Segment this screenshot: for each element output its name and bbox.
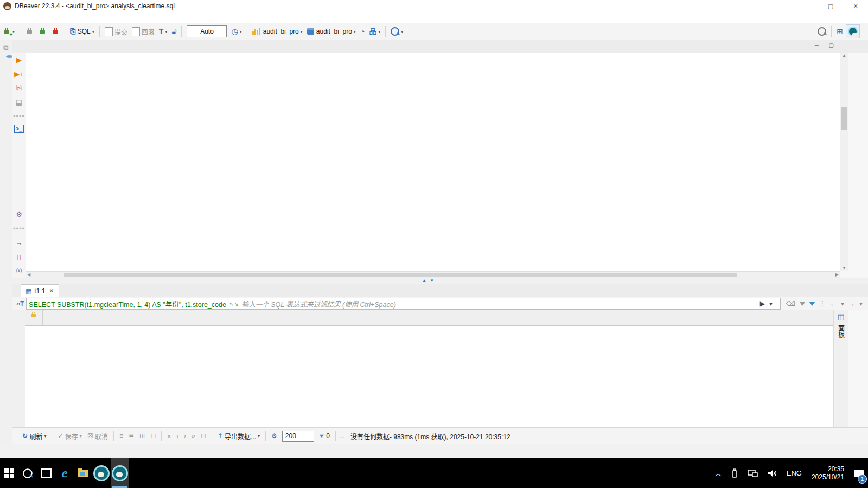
delete-row-icon[interactable]: ⊟ [148,429,158,442]
schema-selector[interactable]: audit_bi_pro▾ [305,25,358,38]
sql-editor-button[interactable]: ⎘ SQL▾ [68,25,96,38]
filter-history-icon[interactable]: ▾ [769,300,773,307]
editor-settings-gear-icon[interactable]: ⚙ [14,209,24,220]
panels-toggle-icon[interactable]: ◫ [838,313,844,321]
explain-plan-icon[interactable]: ▤ [14,97,24,107]
apply-filter-icon[interactable]: ▶ [760,300,765,307]
results-panel-strip: ◫ 面板 [833,310,848,427]
first-page-icon[interactable]: « [165,429,173,442]
results-grid[interactable] [25,310,833,427]
dbeaver-window: DBeaver 22.3.4 - <audit_bi_pro> analysis… [0,0,868,488]
nav-back-icon[interactable]: ← [830,300,837,307]
refresh-button[interactable]: ↻ 刷新▾ [20,429,48,442]
usb-tray-icon[interactable] [730,468,739,478]
lock-icon: 🔓︎ [171,28,176,35]
filter-count-button[interactable]: 0 [317,429,332,442]
gauge-icon: ◔ [360,28,365,35]
connect-button[interactable] [23,25,35,38]
filter-settings-icon[interactable] [809,302,815,306]
grid-settings-gear-icon[interactable]: ⚙ [269,429,279,442]
scrollbar-thumb[interactable] [841,107,847,130]
save-button[interactable]: ✓ 保存▾ [55,429,84,442]
close-icon[interactable]: ✕ [49,287,54,294]
export-from-query-icon[interactable]: → [14,237,24,248]
new-connection-button[interactable]: +▾ [1,25,16,38]
grid-corner-cell[interactable] [25,310,43,325]
last-page-icon[interactable]: » [189,429,197,442]
taskbar-clock[interactable]: 20:35 2025/10/21 [812,465,844,481]
network-profile-button[interactable]: 品▾ [367,25,382,38]
dbeaver-taskbar-button[interactable] [92,458,111,488]
rollback-button[interactable]: 回滚 [130,25,156,38]
copy-row-icon[interactable]: ⊞ [137,429,147,442]
sql-editor[interactable] [26,53,840,271]
commit-icon [105,27,113,36]
filter-placeholder: 输入一个 SQL 表达式来过滤结果 (使用 Ctrl+Space) [242,299,396,309]
execute-statement-icon[interactable]: ▶ [14,54,24,65]
close-button[interactable]: ✕ [843,0,868,12]
remove-filter-icon[interactable] [800,302,805,306]
open-perspective-button[interactable]: ⊞ [835,25,845,38]
erase-filter-icon[interactable]: ⌫ [786,300,795,307]
lock-icon [31,314,36,317]
maximize-button[interactable]: ▢ [818,0,843,12]
nav-forward-icon[interactable]: → [848,300,855,307]
minimize-button[interactable]: — [793,0,818,12]
terminal-icon[interactable]: >_ [14,125,24,133]
fetch-size-input[interactable]: 200 [282,431,314,442]
scrollbar-thumb[interactable] [64,273,737,277]
cancel-button[interactable]: ☒ 取消 [85,429,110,442]
taskbar-search-button[interactable] [18,458,37,488]
execute-script-icon[interactable]: ⎘ [14,82,24,93]
execute-new-tab-icon[interactable]: ▶+ [14,68,24,79]
result-tab[interactable]: ▦ t1 1 ✕ [21,284,59,297]
export-icon: ↥ [218,432,223,440]
action-center-button[interactable]: 1 [850,458,868,488]
file-explorer-button[interactable] [74,458,92,488]
start-button[interactable] [0,458,18,488]
status-bar [0,444,868,459]
editor-vertical-scrollbar[interactable]: ▲ ▼ [840,53,848,271]
database-icon [252,28,261,35]
filter-input[interactable]: SELECT SUBSTR(t1.mgclearTime, 1, 4) AS "… [26,298,781,310]
unsaved-doc-icon[interactable]: ▯ [14,251,24,262]
doc-x-icon[interactable]: (x) [14,265,24,276]
expand-filter-icon[interactable]: ↖↘ [229,301,239,307]
restore-panel-icon[interactable]: ⧉ [1,43,11,52]
volume-tray-icon[interactable] [767,468,778,478]
panels-label[interactable]: 面板 [837,325,846,338]
dbeaver-perspective-button[interactable] [846,24,860,38]
database-selector[interactable]: audit_bi_pro▾ [251,25,304,38]
reconnect-button[interactable] [36,25,48,38]
refresh-icon: ↻ [22,432,28,440]
disconnect-button[interactable] [49,25,61,38]
language-indicator[interactable]: ENG [787,469,802,477]
internet-explorer-button[interactable]: e [55,458,74,488]
notification-badge: 1 [858,474,867,484]
toolbar-search-button[interactable]: ▾ [389,25,405,38]
next-page-icon[interactable]: › [182,429,188,442]
network-tray-icon[interactable] [748,468,758,478]
tx-timeout-button[interactable]: ◷▾ [229,25,243,38]
results-filter-bar: ‹›T SELECT SUBSTR(t1.mgclearTime, 1, 4) … [12,297,868,310]
caret[interactable]: ▾ [859,300,863,307]
fetch-all-icon[interactable]: ⊡ [199,429,208,442]
quick-access-search[interactable] [816,25,828,38]
add-row-icon[interactable]: ≣ [126,429,136,442]
search-blue-icon [391,27,399,36]
edit-row-icon[interactable]: ≡ [117,429,125,442]
caret[interactable]: ▾ [841,300,844,307]
lock-button[interactable]: 🔓︎ [170,25,178,38]
task-view-button[interactable] [37,458,55,488]
dbeaver-taskbar-button-active[interactable] [111,458,129,488]
prev-page-icon[interactable]: ‹ [174,429,181,442]
rollback-icon [132,27,140,36]
commit-mode-combo[interactable]: Auto [187,25,227,37]
tray-chevron-icon[interactable]: ︿ [715,468,722,478]
commit-button[interactable]: 提交 [103,25,129,38]
view-minmax-buttons[interactable]: ─ ▢ [815,42,838,48]
transaction-log-button[interactable]: T▾ [157,25,169,38]
overflow-icon[interactable]: … [339,432,345,440]
dashboard-button[interactable]: ◔ [359,25,366,38]
export-data-button[interactable]: ↥ 导出数据...▾ [215,429,262,442]
